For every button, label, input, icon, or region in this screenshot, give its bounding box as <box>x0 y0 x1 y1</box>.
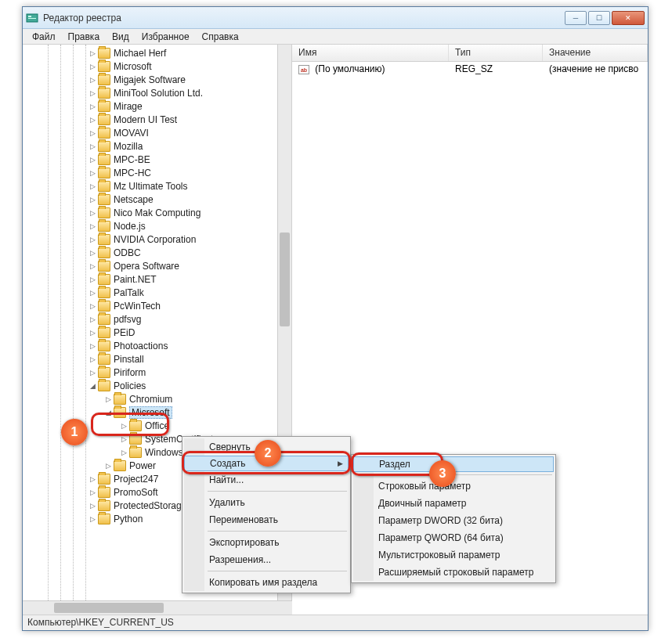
ctx-new-qword[interactable]: Параметр QWORD (64 бита) <box>353 529 554 546</box>
tree-item[interactable]: ▷Opera Software <box>23 259 291 272</box>
menu-file[interactable]: Файл <box>26 30 62 44</box>
tree-expander-icon[interactable]: ▷ <box>89 488 96 496</box>
tree-expander-icon[interactable]: ▷ <box>89 475 96 483</box>
col-type[interactable]: Тип <box>449 45 543 61</box>
tree-expander-icon[interactable]: ▷ <box>89 142 96 150</box>
tree-item[interactable]: ▷Michael Herf <box>23 46 291 59</box>
tree-expander-icon[interactable]: ▷ <box>120 449 128 456</box>
tree-item[interactable]: ▷PcWinTech <box>23 299 291 312</box>
tree-expander-icon[interactable]: ▷ <box>89 76 96 84</box>
tree-expander-icon[interactable]: ▷ <box>89 129 96 137</box>
minimize-button[interactable]: ─ <box>565 11 587 25</box>
tree-item[interactable]: ▷Pinstall <box>23 352 291 366</box>
tree-expander-icon[interactable]: ▷ <box>89 502 96 510</box>
tree-item[interactable]: ▷Modern UI Test <box>23 113 291 126</box>
tree-expander-icon[interactable]: ▷ <box>89 315 96 323</box>
tree-expander-icon[interactable]: ▷ <box>89 182 96 190</box>
tree-item[interactable]: ▷NVIDIA Corporation <box>23 232 291 246</box>
menu-edit[interactable]: Правка <box>62 30 107 44</box>
tree-item[interactable]: ▷Netscape <box>23 193 291 206</box>
tree-item[interactable]: ▷Photoactions <box>23 339 291 352</box>
menu-view[interactable]: Вид <box>106 30 135 44</box>
ctx-new-expandstring[interactable]: Расширяемый строковый параметр <box>353 564 554 581</box>
tree-item-label: Nico Mak Computing <box>114 207 201 218</box>
ctx-permissions[interactable]: Разрешения... <box>184 551 349 568</box>
tree-expander-icon[interactable]: ▷ <box>89 302 96 310</box>
tree-item[interactable]: ▷MiniTool Solution Ltd. <box>23 86 291 99</box>
tree-item[interactable]: ▷Mozilla <box>23 139 291 153</box>
tree-expander-icon[interactable]: ▷ <box>89 289 96 297</box>
tree-item[interactable]: ▷MOVAVI <box>23 126 291 139</box>
tree-expander-icon[interactable]: ▷ <box>89 276 96 283</box>
folder-icon <box>98 154 110 165</box>
menu-favorites[interactable]: Избранное <box>135 30 196 44</box>
tree-expander-icon[interactable]: ▷ <box>89 89 96 97</box>
tree-item[interactable]: ▷MPC-HC <box>23 166 291 179</box>
tree-item[interactable]: ▷Nico Mak Computing <box>23 206 291 219</box>
col-name[interactable]: Имя <box>292 45 449 61</box>
tree-item-label: Piriform <box>114 367 146 378</box>
tree-expander-icon[interactable]: ▷ <box>120 435 128 443</box>
ctx-new-multistring[interactable]: Мультистроковый параметр <box>353 546 554 564</box>
ctx-delete[interactable]: Удалить <box>184 494 349 511</box>
tree-hscrollbar[interactable] <box>23 600 292 615</box>
tree-expander-icon[interactable]: ▷ <box>89 236 96 243</box>
folder-icon <box>98 74 110 85</box>
tree-item[interactable]: ▷pdfsvg <box>23 312 291 326</box>
tree-item-label: Policies <box>114 380 146 391</box>
ctx-copy-key-name[interactable]: Копировать имя раздела <box>184 574 349 591</box>
tree-item[interactable]: ◢Policies <box>23 379 291 392</box>
tree-item[interactable]: ◢Microsoft <box>23 406 291 419</box>
tree-expander-icon[interactable]: ▷ <box>89 515 96 523</box>
menu-help[interactable]: Справка <box>196 30 245 44</box>
tree-item[interactable]: ▷Node.js <box>23 219 291 232</box>
folder-icon <box>98 514 110 524</box>
ctx-new-binary[interactable]: Двоичный параметр <box>353 495 554 512</box>
tree-expander-icon[interactable]: ▷ <box>89 209 96 217</box>
tree-expander-icon[interactable]: ▷ <box>89 249 96 257</box>
tree-expander-icon[interactable]: ▷ <box>89 156 96 164</box>
tree-expander-icon[interactable]: ◢ <box>89 382 96 390</box>
tree-expander-icon[interactable]: ▷ <box>120 422 128 430</box>
tree-item[interactable]: ▷ODBC <box>23 246 291 259</box>
tree-item[interactable]: ▷Migajek Software <box>23 73 291 86</box>
folder-icon <box>98 48 110 59</box>
maximize-button[interactable]: ☐ <box>588 11 610 25</box>
tree-item[interactable]: ▷Mirage <box>23 99 291 113</box>
tree-expander-icon[interactable]: ▷ <box>89 116 96 124</box>
ctx-export[interactable]: Экспортировать <box>184 534 349 551</box>
tree-item[interactable]: ▷Paint.NET <box>23 272 291 286</box>
tree-expander-icon[interactable]: ▷ <box>89 222 96 230</box>
list-row[interactable]: ab (По умолчанию) REG_SZ (значение не пр… <box>292 62 648 76</box>
tree-expander-icon[interactable]: ◢ <box>104 409 112 416</box>
tree-item[interactable]: ▷PalTalk <box>23 286 291 299</box>
tree-expander-icon[interactable]: ▷ <box>89 169 96 177</box>
tree-expander-icon[interactable]: ▷ <box>89 63 96 70</box>
tree-expander-icon[interactable]: ▷ <box>104 462 112 470</box>
close-button[interactable]: ✕ <box>612 11 645 25</box>
tree-expander-icon[interactable]: ▷ <box>89 329 96 337</box>
value-name: (По умолчанию) <box>315 63 385 74</box>
tree-item[interactable]: ▷Chromium <box>23 392 291 406</box>
tree-item[interactable]: ▷PEiD <box>23 326 291 339</box>
tree-item[interactable]: ▷Piriform <box>23 366 291 379</box>
ctx-new-dword[interactable]: Параметр DWORD (32 бита) <box>353 512 554 529</box>
ctx-find[interactable]: Найти... <box>184 471 349 488</box>
tree-item[interactable]: ▷Microsoft <box>23 59 291 73</box>
titlebar[interactable]: Редактор реестра ─ ☐ ✕ <box>23 7 648 29</box>
col-value[interactable]: Значение <box>543 45 648 61</box>
tree-expander-icon[interactable]: ▷ <box>89 355 96 363</box>
tree-expander-icon[interactable]: ▷ <box>89 196 96 204</box>
folder-icon <box>98 500 110 511</box>
svg-rect-2 <box>28 18 36 19</box>
tree-item[interactable]: ▷MPC-BE <box>23 153 291 166</box>
tree-expander-icon[interactable]: ▷ <box>104 395 112 403</box>
ctx-rename[interactable]: Переименовать <box>184 511 349 528</box>
tree-expander-icon[interactable]: ▷ <box>89 342 96 350</box>
tree-expander-icon[interactable]: ▷ <box>89 262 96 270</box>
tree-expander-icon[interactable]: ▷ <box>89 103 96 110</box>
tree-item[interactable]: ▷Mz Ultimate Tools <box>23 179 291 193</box>
tree-expander-icon[interactable]: ▷ <box>89 49 96 57</box>
list-header[interactable]: Имя Тип Значение <box>292 45 648 62</box>
tree-expander-icon[interactable]: ▷ <box>89 369 96 377</box>
